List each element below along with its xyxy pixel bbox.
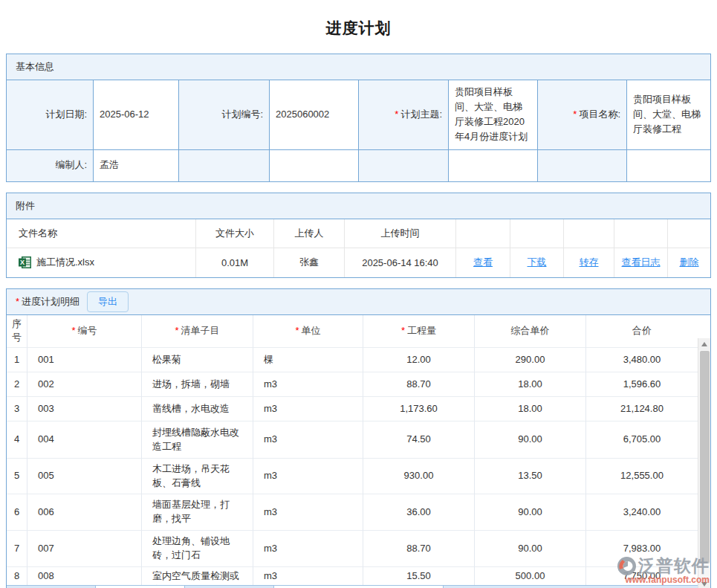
required-asterisk: * [16,296,19,307]
basic-info-section: 基本信息 计划日期: 2025-06-12 计划编号: 2025060002 *… [6,54,711,182]
view-link[interactable]: 查看 [473,256,493,269]
col-code: *编号 [27,315,142,349]
row-quantity: 930.00 [363,459,475,494]
row-seq: 1 [7,348,27,372]
col-unit-price: 综合单价 [475,315,586,349]
save-as-link[interactable]: 转存 [580,256,599,269]
delete-link[interactable]: 删除 [680,256,699,269]
col-empty [614,219,668,248]
row-unit: m3 [253,372,363,397]
row-code: 007 [27,531,142,567]
detail-title: 进度计划明细 [22,296,80,307]
attachments-section: 附件 文件名称 文件大小 上传人 上传时间 X 施工情况.xlsx 0.01M … [6,193,711,278]
attachment-file-name: 施工情况.xlsx [36,256,94,269]
row-item: 木工进场，吊天花板、石膏线 [142,459,253,494]
basic-info-row-2: 编制人: 孟浩 [7,150,710,181]
row-seq: 4 [7,421,27,459]
excel-file-icon: X [19,256,31,268]
row-code: 004 [27,421,142,459]
col-file-name: 文件名称 [7,219,196,248]
row-unit-price: 90.00 [475,494,586,531]
row-code: 003 [27,397,142,421]
plan-date-label: 计划日期: [7,80,94,150]
row-quantity: 88.70 [363,531,475,567]
table-row: 5 005 木工进场，吊天花板、石膏线 m3 930.00 13.50 12,5… [7,459,698,494]
col-total: 合价 [586,315,698,349]
row-quantity: 88.70 [363,372,475,397]
row-unit-price: 13.50 [475,459,586,494]
plan-subject-label: *计划主题: [359,80,449,150]
plan-number-value: 2025060002 [270,80,359,150]
table-row: 4 004 封埋线槽隐蔽水电改造工程 m3 74.50 90.00 6,705.… [7,421,698,459]
row-seq: 5 [7,459,27,494]
attachment-file-size: 0.01M [196,248,274,277]
scroll-up-arrow-icon[interactable] [698,338,710,350]
row-total: 3,480.00 [586,348,698,372]
col-file-size: 文件大小 [196,219,274,248]
vertical-scrollbar[interactable] [698,338,710,588]
row-total: 6,705.00 [586,421,698,459]
col-quantity: *工程量 [363,315,475,349]
row-code: 006 [27,494,142,531]
empty-value-cell [449,150,538,181]
project-name-value: 贵阳项目样板间、大堂、电梯厅装修工程 [627,80,710,150]
scroll-down-arrow-icon[interactable] [698,578,710,588]
col-unit: *单位 [253,315,363,349]
attachments-header: 附件 [7,193,710,219]
row-quantity: 1,173.60 [363,397,475,421]
empty-label-cell [538,150,627,181]
attachment-row: X 施工情况.xlsx 0.01M 张鑫 2025-06-14 16:40 查看… [7,248,710,277]
row-quantity: 12.00 [363,348,475,372]
col-item: *清单子目 [142,315,253,349]
author-value: 孟浩 [94,150,179,181]
row-unit: m3 [253,397,363,421]
table-row: 1 001 松果菊 棵 12.00 290.00 3,480.00 [7,348,698,372]
row-unit-price: 90.00 [475,531,586,567]
col-empty [456,219,510,248]
row-quantity: 74.50 [363,421,475,459]
col-empty [564,219,614,248]
row-unit: 棵 [253,348,363,372]
attachments-column-headers: 文件名称 文件大小 上传人 上传时间 [7,219,710,248]
row-code: 002 [27,372,142,397]
required-asterisk: * [395,107,398,122]
detail-section: *进度计划明细 导出 序号 *编号 *清单子目 *单位 *工程量 综合单价 合价… [6,288,711,588]
row-unit-price: 90.00 [475,421,586,459]
next-row-peek [7,585,698,588]
attachment-uploader: 张鑫 [274,248,345,277]
row-seq: 2 [7,372,27,397]
row-item: 处理边角、铺设地砖，过门石 [142,531,253,567]
col-empty [510,219,564,248]
attachment-upload-time: 2025-06-14 16:40 [345,248,456,277]
table-row: 2 002 进场，拆墙，砌墙 m3 88.70 18.00 1,596.60 [7,372,698,397]
basic-info-header: 基本信息 [7,54,710,80]
row-unit: m3 [253,494,363,531]
row-item: 松果菊 [142,348,253,372]
plan-subject-value: 贵阳项目样板间、大堂、电梯厅装修工程2020年4月份进度计划 [449,80,538,150]
row-item: 凿线槽，水电改造 [142,397,253,421]
empty-label-cell [179,150,270,181]
row-unit: m3 [253,531,363,567]
plan-number-label: 计划编号: [179,80,270,150]
view-log-link[interactable]: 查看日志 [622,256,661,269]
col-upload-time: 上传时间 [345,219,456,248]
download-link[interactable]: 下载 [528,256,547,269]
scrollbar-thumb[interactable] [700,351,710,563]
col-seq: 序号 [7,315,27,349]
project-name-label: *项目名称: [538,80,627,150]
row-item: 封埋线槽隐蔽水电改造工程 [142,421,253,459]
attachments-title: 附件 [16,199,35,213]
row-item: 进场，拆墙，砌墙 [142,372,253,397]
row-total: 3,240.00 [586,494,698,531]
export-button[interactable]: 导出 [87,291,129,312]
row-code: 005 [27,459,142,494]
col-empty [668,219,710,248]
basic-info-row-1: 计划日期: 2025-06-12 计划编号: 2025060002 *计划主题:… [7,80,710,150]
table-row: 6 006 墙面基层处理，打磨，找平 m3 36.00 90.00 3,240.… [7,494,698,531]
row-seq: 6 [7,494,27,531]
row-seq: 7 [7,531,27,567]
row-unit: m3 [253,459,363,494]
basic-info-title: 基本信息 [16,60,54,74]
row-total: 1,596.60 [586,372,698,397]
row-total: 12,555.00 [586,459,698,494]
